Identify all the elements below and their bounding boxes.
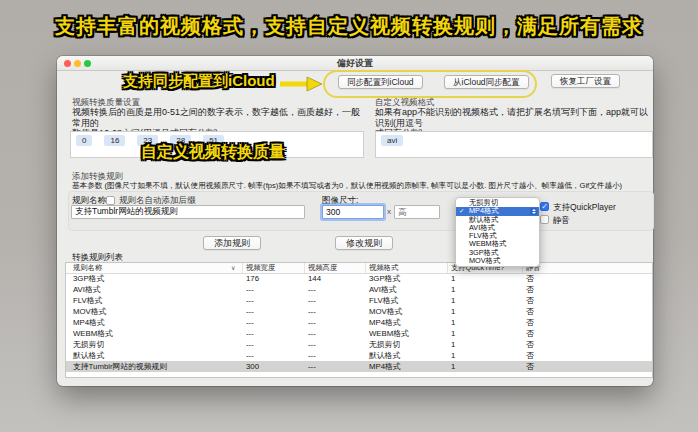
table-cell: WEBM格式: [369, 328, 409, 339]
quickplayer-checkbox[interactable]: ✓: [540, 202, 549, 211]
table-row[interactable]: 默认格式------默认格式1否: [66, 350, 652, 361]
table-cell: MOV格式: [369, 306, 402, 317]
factory-reset-button[interactable]: 恢复工厂设置: [551, 74, 620, 88]
table-cell: 1: [451, 306, 455, 317]
table-cell: 1: [451, 328, 455, 339]
table-header-0[interactable]: 规则名称: [73, 263, 102, 273]
size-separator: x: [387, 207, 391, 216]
table-cell: 默认格式: [73, 350, 104, 361]
table-cell: MP4格式: [369, 317, 401, 328]
icloud-annotation: 支持同步配置到iCloud: [123, 72, 275, 91]
header-separator: [242, 263, 243, 273]
table-cell: 否: [526, 350, 534, 361]
format-token-chip: avi: [381, 135, 403, 146]
window-title: 偏好设置: [57, 56, 653, 70]
mute-checkbox[interactable]: [540, 215, 549, 224]
table-cell: 1: [451, 317, 455, 328]
table-cell: 3GP格式: [73, 273, 104, 284]
table-cell: ---: [308, 339, 316, 350]
table-cell: ---: [246, 295, 254, 306]
table-cell: 1: [451, 284, 455, 295]
preferences-window: 偏好设置 支持同步配置到iCloud 同步配置到iCloud 从iCloud同步…: [57, 56, 653, 386]
quickplayer-label: 支持QuickPlayer: [553, 202, 616, 214]
table-cell: ---: [308, 306, 316, 317]
annotation-arrow-icon: [279, 76, 323, 92]
table-cell: ---: [308, 361, 316, 372]
table-cell: 3GP格式: [369, 273, 400, 284]
quality-token-chip: 16: [104, 135, 125, 146]
rules-table[interactable]: 规则名称视频宽度视频高度视频格式支持QuickTime?静音∨ 3GP格式176…: [65, 262, 653, 378]
window-titlebar[interactable]: 偏好设置: [57, 56, 653, 71]
table-row[interactable]: AVI格式------AVI格式1否: [66, 284, 652, 295]
table-cell: 否: [526, 284, 534, 295]
table-cell: ---: [246, 306, 254, 317]
table-cell: 无损剪切: [369, 339, 400, 350]
image-width-input[interactable]: [322, 205, 384, 219]
table-cell: ---: [308, 295, 316, 306]
table-cell: MOV格式: [73, 306, 106, 317]
table-cell: 否: [526, 306, 534, 317]
table-cell: AVI格式: [73, 284, 101, 295]
auto-suffix-checkbox[interactable]: [106, 196, 115, 205]
quality-token-chip: 0: [76, 135, 92, 146]
mute-label: 静音: [553, 215, 570, 227]
table-cell: 300: [246, 361, 259, 372]
table-cell: 否: [526, 295, 534, 306]
table-cell: 176: [246, 273, 259, 284]
table-cell: 否: [526, 328, 534, 339]
add-rule-button[interactable]: 添加规则: [203, 236, 261, 250]
desktop-background: 支持丰富的视频格式，支持自定义视频转换规则，满足所有需求 偏好设置 支持同步配置…: [0, 0, 698, 432]
quality-annotation: 自定义视频转换质量: [141, 142, 285, 163]
table-cell: 否: [526, 339, 534, 350]
header-separator: [304, 263, 305, 273]
table-cell: 1: [451, 350, 455, 361]
rule-name-input[interactable]: [71, 205, 305, 219]
table-cell: FLV格式: [369, 295, 398, 306]
table-cell: WEBM格式: [73, 328, 113, 339]
table-row[interactable]: FLV格式------FLV格式1否: [66, 295, 652, 306]
rule-params-description: 基本参数 (图像尺寸如果不填，默认使用视频原尺寸. 帧率(fps)如果不填写或者…: [72, 181, 622, 191]
table-header-2[interactable]: 视频高度: [308, 263, 337, 273]
table-row[interactable]: 无损剪切------无损剪切1否: [66, 339, 652, 350]
table-cell: 无损剪切: [73, 339, 104, 350]
table-header-3[interactable]: 视频格式: [369, 263, 398, 273]
table-cell: 支持Tumblr网站的视频规则: [73, 361, 167, 372]
table-cell: AVI格式: [369, 284, 397, 295]
table-row[interactable]: 3GP格式1761443GP格式1否: [66, 273, 652, 284]
table-row[interactable]: MP4格式------MP4格式1否: [66, 317, 652, 328]
table-cell: 1: [451, 295, 455, 306]
header-separator: [365, 263, 366, 273]
sync-to-icloud-button[interactable]: 同步配置到iCloud: [338, 75, 423, 89]
sync-from-icloud-button[interactable]: 从iCloud同步配置: [444, 75, 529, 89]
table-row[interactable]: 支持Tumblr网站的视频规则300---MP4格式1否: [66, 361, 652, 372]
sort-chevron-icon[interactable]: ∨: [231, 263, 235, 273]
table-row[interactable]: MOV格式------MOV格式1否: [66, 306, 652, 317]
format-dropdown-menu[interactable]: 无损剪切✓MP4格式默认格式AVI格式FLV格式WEBM格式3GP格式MOV格式: [455, 197, 540, 267]
table-cell: ---: [308, 284, 316, 295]
table-cell: 1: [451, 339, 455, 350]
table-header-1[interactable]: 视频宽度: [246, 263, 275, 273]
table-cell: 否: [526, 317, 534, 328]
header-separator: [447, 263, 448, 273]
modify-rule-button[interactable]: 修改规则: [335, 236, 393, 250]
table-cell: ---: [308, 317, 316, 328]
table-cell: MP4格式: [73, 317, 105, 328]
table-cell: FLV格式: [73, 295, 102, 306]
table-cell: 1: [451, 361, 455, 372]
format-menu-item[interactable]: MOV格式: [456, 257, 539, 265]
table-cell: MP4格式: [369, 361, 401, 372]
image-height-input[interactable]: [394, 205, 440, 219]
table-cell: ---: [246, 339, 254, 350]
marketing-headline: 支持丰富的视频格式，支持自定义视频转换规则，满足所有需求: [0, 13, 698, 40]
table-cell: ---: [246, 328, 254, 339]
table-cell: 否: [526, 361, 534, 372]
table-row[interactable]: WEBM格式------WEBM格式1否: [66, 328, 652, 339]
format-token-field[interactable]: avi: [375, 131, 653, 158]
popup-stepper-icon: [530, 208, 537, 215]
checkmark-icon: ✓: [459, 207, 464, 215]
table-cell: 否: [526, 273, 534, 284]
table-cell: ---: [246, 350, 254, 361]
table-cell: ---: [308, 328, 316, 339]
table-cell: 144: [308, 273, 321, 284]
table-cell: ---: [246, 317, 254, 328]
